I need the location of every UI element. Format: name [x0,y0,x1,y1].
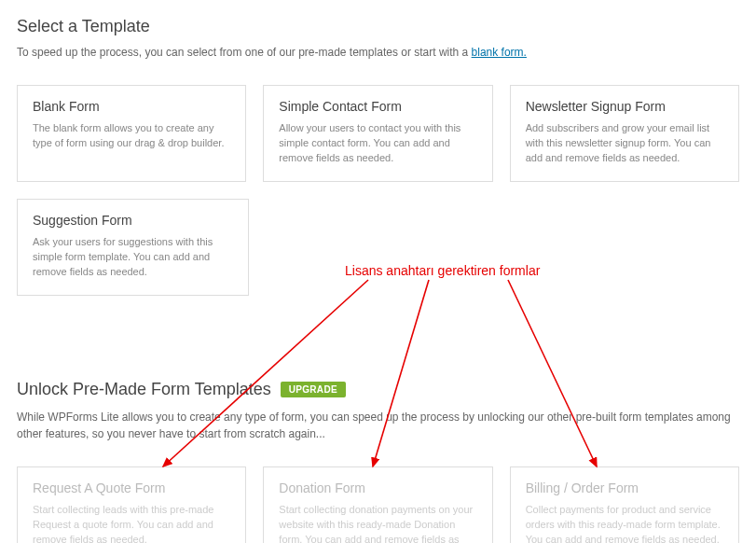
template-card-blank-form[interactable]: Blank Form The blank form allows you to … [17,85,246,182]
card-desc: Start collecting leads with this pre-mad… [33,503,230,543]
card-desc: Ask your users for suggestions with this… [33,235,233,280]
card-title: Suggestion Form [33,213,233,228]
template-card-simple-contact[interactable]: Simple Contact Form Allow your users to … [263,85,492,182]
card-desc: Allow your users to contact you with thi… [279,121,476,166]
page-title: Select a Template [17,17,739,36]
template-card-request-quote[interactable]: Request A Quote Form Start collecting le… [17,466,246,543]
card-desc: Start collecting donation payments on yo… [279,503,476,543]
template-card-billing-order[interactable]: Billing / Order Form Collect payments fo… [510,466,739,543]
unlock-desc: While WPForms Lite allows you to create … [17,409,739,442]
subtitle-text: To speed up the process, you can select … [17,46,472,59]
card-title: Simple Contact Form [279,99,476,114]
templates-row-2: Suggestion Form Ask your users for sugge… [17,199,739,296]
card-title: Donation Form [279,480,476,495]
card-title: Blank Form [33,99,230,114]
templates-row-1: Blank Form The blank form allows you to … [17,85,739,182]
card-desc: Collect payments for product and service… [526,503,723,543]
unlock-title: Unlock Pre-Made Form Templates [17,380,271,399]
locked-templates-row: Request A Quote Form Start collecting le… [17,466,739,543]
page-subtitle: To speed up the process, you can select … [17,46,739,59]
template-card-newsletter-signup[interactable]: Newsletter Signup Form Add subscribers a… [510,85,739,182]
blank-form-link[interactable]: blank form. [472,46,527,59]
unlock-heading-row: Unlock Pre-Made Form Templates UPGRADE [17,380,739,399]
annotation-text: Lisans anahtarı gerektiren formlar [345,263,540,278]
template-card-suggestion-form[interactable]: Suggestion Form Ask your users for sugge… [17,199,249,296]
card-desc: Add subscribers and grow your email list… [526,121,723,166]
card-title: Billing / Order Form [526,480,723,495]
upgrade-button[interactable]: UPGRADE [281,382,346,397]
card-title: Newsletter Signup Form [526,99,723,114]
template-card-donation[interactable]: Donation Form Start collecting donation … [263,466,492,543]
card-desc: The blank form allows you to create any … [33,121,230,151]
card-title: Request A Quote Form [33,480,230,495]
